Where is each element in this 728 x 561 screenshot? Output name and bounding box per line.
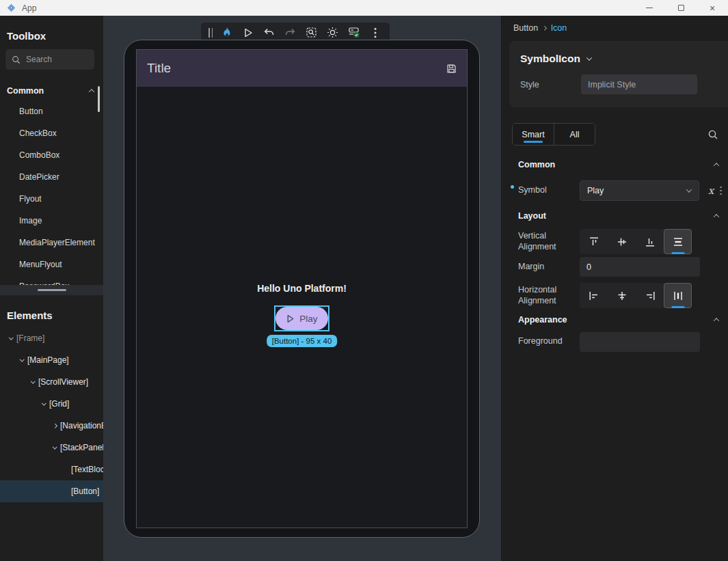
margin-row: Margin 0 (518, 257, 723, 277)
halign-right-button[interactable] (636, 283, 664, 308)
toolbox-search[interactable] (5, 49, 94, 70)
redo-icon[interactable] (283, 25, 297, 40)
theme-brightness-icon[interactable] (325, 25, 340, 40)
toolbox-item-mediaplayerelement[interactable]: MediaPlayerElement (0, 232, 103, 254)
chevron-down-icon (686, 187, 692, 192)
chevron-up-icon (89, 89, 94, 94)
more-ellipsis-icon[interactable] (720, 187, 722, 195)
tree-item-mainpage[interactable]: [MainPage] (0, 349, 103, 371)
active-tab-indicator (524, 141, 543, 143)
elements-title: Elements (7, 310, 53, 321)
valign-top-button[interactable] (580, 229, 608, 254)
close-button[interactable]: × (697, 0, 728, 16)
chevron-down-icon[interactable] (587, 55, 592, 60)
selection-size-badge: [Button] - 95 x 40 (267, 335, 338, 347)
breadcrumb: Button Icon (513, 23, 567, 33)
chevron-down-icon (42, 400, 46, 405)
hot-reload-flame-icon[interactable] (219, 25, 234, 40)
chevron-up-icon (714, 318, 719, 323)
property-inspector: Button Icon SymbolIcon Style Implicit St… (501, 16, 728, 561)
chevron-down-icon (31, 379, 35, 383)
valign-stretch-button[interactable] (664, 229, 692, 254)
halign-stretch-button[interactable] (664, 283, 692, 308)
foreground-row: Foreground (518, 331, 723, 352)
property-search-icon[interactable] (707, 129, 718, 140)
minimize-button[interactable] (634, 0, 665, 16)
splitter-grip-icon (38, 289, 66, 291)
page-title: Title (147, 61, 171, 76)
tree-item-navigationbar[interactable]: [NavigationBar] (0, 415, 103, 437)
close-icon: × (710, 3, 715, 13)
toolbox-item-combobox[interactable]: ComboBox (0, 144, 103, 166)
toolbox-title: Toolbox (7, 30, 46, 42)
more-ellipsis-icon[interactable] (368, 25, 382, 40)
panel-splitter[interactable] (0, 285, 103, 295)
chevron-right-icon (53, 424, 57, 428)
foreground-input[interactable] (580, 332, 700, 352)
binding-x-icon[interactable]: x (708, 185, 714, 196)
halign-left-button[interactable] (580, 283, 608, 308)
margin-input[interactable]: 0 (580, 257, 700, 277)
tree-item-grid[interactable]: [Grid] (0, 393, 103, 415)
section-layout[interactable]: Layout (518, 207, 718, 225)
halign-center-button[interactable] (608, 283, 636, 308)
toolbox-item-image[interactable]: Image (0, 210, 103, 232)
toolbox-item-button[interactable]: Button (0, 100, 103, 122)
toolbox-item-menuflyout[interactable]: MenuFlyout (0, 254, 103, 275)
inspect-element-icon[interactable] (304, 25, 319, 40)
type-card: SymbolIcon Style Implicit Style (509, 41, 728, 107)
symbol-dropdown[interactable]: Play (580, 180, 699, 201)
save-icon[interactable] (446, 64, 457, 74)
tab-smart[interactable]: Smart (513, 124, 554, 145)
section-appearance[interactable]: Appearance (518, 311, 718, 329)
toolbox-item-list: Button CheckBox ComboBox DatePicker Flyo… (0, 100, 103, 297)
page-content: Hello Uno Platform! Play [Button] - 95 x… (137, 87, 467, 528)
vertical-alignment-group (580, 229, 692, 254)
play-icon[interactable] (241, 25, 255, 40)
os-titlebar: App × (0, 0, 728, 16)
app-page-titlebar: Title (137, 50, 467, 87)
greeting-text: Hello Uno Platform! (257, 283, 347, 294)
play-button[interactable]: Play (275, 307, 328, 330)
toolbox-item-datepicker[interactable]: DatePicker (0, 166, 103, 188)
valign-center-button[interactable] (608, 229, 636, 254)
uno-logo-icon (6, 3, 16, 13)
chevron-down-icon (53, 444, 57, 448)
tree-item-textblock[interactable]: [TextBlock] (0, 459, 103, 480)
valign-bottom-button[interactable] (636, 229, 664, 254)
style-field[interactable]: Implicit Style (581, 74, 697, 94)
toolbox-item-checkbox[interactable]: CheckBox (0, 122, 103, 144)
tree-item-scrollviewer[interactable]: [ScrollViewer] (0, 371, 103, 393)
app-window: App × Toolbox Common Button CheckBox Com… (0, 0, 728, 561)
breadcrumb-current[interactable]: Icon (551, 23, 567, 33)
toolbox-group-common[interactable]: Common (7, 82, 94, 100)
left-sidebar: Toolbox Common Button CheckBox ComboBox … (0, 16, 103, 561)
foreground-label: Foreground (518, 336, 580, 347)
form-validation-icon[interactable] (347, 25, 361, 40)
design-canvas: Title Hello Uno Platform! (103, 16, 501, 561)
margin-label: Margin (518, 262, 580, 273)
drag-handle[interactable] (208, 28, 213, 38)
type-name: SymbolIcon (520, 53, 580, 65)
modified-dot-icon (511, 185, 514, 189)
elements-tree: [Frame] [MainPage] [ScrollViewer] [Grid]… (0, 327, 103, 502)
tab-all[interactable]: All (554, 124, 595, 145)
tree-item-button[interactable]: [Button] (0, 480, 103, 502)
minimize-icon (646, 8, 653, 8)
symbol-label: Symbol (518, 185, 547, 195)
selected-indicator (671, 306, 684, 308)
search-icon (12, 55, 21, 64)
toolbox-search-input[interactable] (26, 55, 81, 64)
selected-indicator (671, 252, 684, 254)
selection-outline: Play [Button] - 95 x 40 (274, 305, 329, 331)
breadcrumb-parent[interactable]: Button (513, 23, 538, 33)
horizontal-alignment-label: Horizontal Alignment (518, 285, 580, 306)
tree-item-stackpanel[interactable]: [StackPanel] (0, 437, 103, 459)
symbol-row: Symbol Play x (518, 180, 723, 201)
section-common[interactable]: Common (518, 156, 718, 174)
vertical-alignment-row: Vertical Alignment (518, 229, 723, 254)
maximize-button[interactable] (665, 0, 697, 16)
undo-icon[interactable] (262, 25, 276, 40)
tree-item-frame[interactable]: [Frame] (0, 327, 103, 349)
toolbox-item-flyout[interactable]: Flyout (0, 188, 103, 210)
